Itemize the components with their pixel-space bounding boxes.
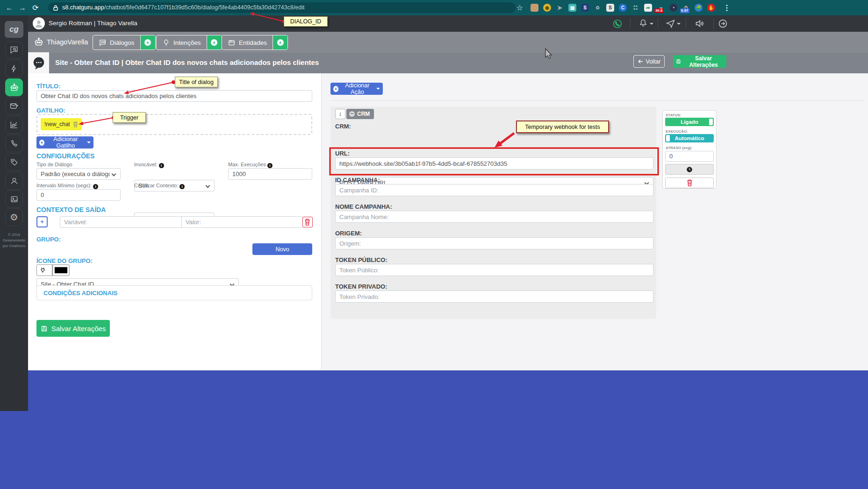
s-dark-extension-icon[interactable]: S — [581, 4, 589, 12]
chatguru-logo[interactable]: cg — [5, 21, 23, 38]
trigger-tag-label: !new_chat — [44, 121, 70, 128]
info-icon[interactable] — [93, 184, 98, 189]
tipo-dialogo-label: Tipo de Diálogo — [36, 162, 72, 167]
sidebar-item-bolt[interactable] — [5, 60, 23, 78]
cursor-extension-icon[interactable]: ➤ — [556, 4, 564, 12]
whatsapp-icon[interactable] — [612, 19, 623, 29]
valor-input[interactable] — [181, 216, 303, 228]
sidebar-item-tags[interactable] — [5, 153, 23, 171]
tipo-dialogo-select[interactable]: Padrão (executa o diálogo e fin — [36, 168, 121, 180]
browser-menu-icon[interactable]: ⋮ — [721, 0, 732, 15]
sidebar-item-phone[interactable] — [5, 135, 23, 152]
logout-icon[interactable] — [718, 19, 728, 29]
url-input[interactable] — [335, 157, 653, 170]
novo-grupo-button[interactable]: Novo — [252, 243, 312, 255]
sidebar-item-chatbot[interactable] — [5, 78, 23, 96]
condicoes-adicionais-panel[interactable]: CONDIÇÕES ADICIONAIS — [36, 285, 312, 300]
browser-forward-icon[interactable]: → — [17, 0, 28, 15]
origem-input[interactable] — [335, 237, 653, 249]
atraso-input[interactable] — [665, 151, 714, 162]
s-light-extension-icon[interactable]: S — [606, 4, 614, 12]
sidebar-item-analytics[interactable] — [5, 116, 23, 134]
delete-action-button[interactable] — [665, 177, 714, 188]
delete-context-row-button[interactable] — [302, 217, 313, 227]
address-bar[interactable]: s8.chatguru.app/chatbot/5fe0d6477c107f1b… — [48, 2, 516, 13]
avatar-extension-icon[interactable] — [531, 4, 538, 12]
certificar-contexto-label: Certificar Contexto: — [134, 183, 185, 189]
info-icon[interactable] — [179, 184, 185, 189]
info-icon[interactable] — [159, 163, 164, 168]
save-changes-top-button[interactable]: Salvar Alterações — [673, 55, 726, 68]
tab-entidades[interactable]: Entidades + — [222, 35, 288, 50]
sidebar-item-campaigns[interactable] — [5, 97, 23, 115]
execucao-label: EXECUÇÃO: — [666, 129, 688, 134]
send-caret-icon[interactable] — [677, 23, 681, 25]
toggle-knob — [666, 135, 670, 142]
token-privado-input[interactable] — [335, 291, 653, 303]
image-icon — [10, 195, 19, 204]
token-publico-input[interactable] — [335, 264, 653, 276]
nome-campanha-input[interactable] — [335, 211, 653, 223]
bell-caret-icon[interactable] — [650, 23, 653, 25]
back-arrow-icon — [638, 58, 644, 64]
crm-chip[interactable]: − CRM — [346, 109, 374, 119]
recycle-extension-icon[interactable]: ♻ — [594, 4, 602, 12]
gear-icon: ⚙ — [10, 212, 18, 223]
voltar-label: Voltar — [646, 58, 661, 65]
adicionar-gatilho-button[interactable]: + Adicionar Gatilho — [36, 136, 93, 149]
speaker-icon[interactable] — [695, 19, 705, 29]
bolt-icon — [10, 64, 18, 73]
group-icon-select[interactable] — [36, 264, 52, 276]
sidebar-item-media[interactable] — [5, 190, 23, 208]
topbar-divider — [713, 18, 714, 28]
status-toggle[interactable]: Ligado — [665, 118, 714, 126]
dialog-chat-icon — [32, 56, 46, 70]
frame-extension-icon[interactable]: ⛶ — [631, 4, 639, 12]
trigger-tag[interactable]: !new_chat — [41, 118, 82, 130]
icone-grupo-label: ÍCONE DO GRUPO: — [36, 257, 93, 264]
bookmark-star-icon[interactable]: ☆ — [514, 0, 525, 15]
titulo-label: TÍTULO: — [36, 83, 60, 90]
max-execucoes-input[interactable] — [228, 168, 312, 180]
group-color-picker[interactable] — [52, 264, 70, 276]
intervalo-minimo-input[interactable] — [36, 189, 121, 201]
drag-handle[interactable]: ↕ — [335, 109, 345, 119]
sidebar-item-users[interactable] — [5, 172, 23, 190]
user-avatar[interactable] — [33, 17, 45, 29]
voltar-button[interactable]: Voltar — [633, 55, 665, 68]
browser-back-icon[interactable]: ← — [4, 0, 15, 15]
titulo-input[interactable] — [36, 90, 312, 102]
sidebar-item-chat-search[interactable] — [5, 41, 23, 59]
window-arrow-extension-icon[interactable]: ➦ — [644, 4, 652, 12]
browser-reload-icon[interactable]: ⟳ — [30, 0, 41, 15]
schedule-button[interactable] — [665, 164, 714, 175]
crm-chip-label: CRM — [357, 111, 370, 117]
execucao-toggle[interactable]: Automático — [665, 134, 714, 142]
topbar-divider — [686, 18, 686, 28]
bot-name[interactable]: ThiagoVarella — [47, 38, 88, 46]
coin-extension-icon[interactable]: ◉ — [543, 4, 551, 12]
id-campanha-input[interactable] — [335, 184, 653, 196]
trash-icon[interactable] — [73, 121, 78, 128]
send-plane-icon[interactable] — [666, 19, 676, 29]
save-changes-button[interactable]: Salvar Alterações — [36, 320, 110, 337]
c-blue-extension-icon[interactable]: C — [619, 4, 627, 12]
variavel-input[interactable] — [60, 216, 182, 228]
floppy-extension-icon[interactable]: ▤ — [568, 4, 576, 12]
puzzle-extension-icon[interactable]: 🧩 — [695, 4, 703, 12]
sidebar-item-settings[interactable]: ⚙ — [5, 208, 23, 226]
dark-circle-extension-icon[interactable]: ◔ — [669, 4, 677, 12]
add-context-variable-button[interactable]: + — [36, 216, 48, 227]
tab-intencoes[interactable]: Intenções + — [156, 35, 222, 50]
stop-hand-extension-icon[interactable]: ✋ — [707, 4, 715, 12]
adicionar-acao-button[interactable]: + Adicionar Ação — [330, 83, 383, 95]
info-icon[interactable] — [267, 163, 273, 168]
mail-forward-icon — [9, 101, 19, 111]
add-intencao-button[interactable]: + — [207, 35, 222, 50]
add-entidade-button[interactable]: + — [273, 35, 287, 50]
notifications-bell-icon[interactable] — [638, 19, 649, 29]
collapse-minus-icon[interactable]: − — [349, 111, 355, 117]
tab-dialogos[interactable]: Diálogos + — [93, 35, 156, 50]
add-dialogo-button[interactable]: + — [140, 35, 155, 50]
cloud-badge: 30.8 — [654, 8, 664, 13]
